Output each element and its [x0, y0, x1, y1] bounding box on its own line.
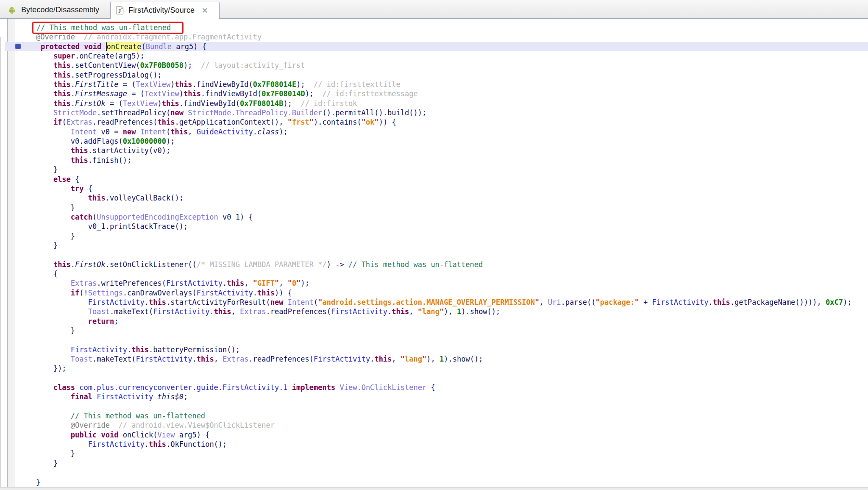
window-left-edge — [0, 37, 5, 490]
code-line[interactable]: return; — [19, 317, 868, 326]
code-line[interactable]: this.FirstMessage = (TextView)this.findV… — [19, 89, 868, 98]
code-line[interactable]: v0.addFlags(0x10000000); — [19, 136, 868, 146]
svg-text:J: J — [118, 8, 121, 14]
code-line[interactable]: } — [19, 165, 868, 174]
android-icon — [7, 6, 17, 15]
code-line[interactable]: } — [19, 449, 868, 458]
current-code-line[interactable]: protected void onCreate(Bundle arg5) { — [5, 42, 868, 51]
code-line[interactable]: // This method was un-flattened — [19, 411, 868, 420]
code-line[interactable]: catch(UnsupportedEncodingException v0_1)… — [19, 212, 868, 222]
code-line[interactable]: this.FirstTitle = (TextView)this.findVie… — [19, 80, 868, 89]
code-line[interactable]: else { — [19, 175, 868, 184]
code-line[interactable]: StrictMode.setThreadPolicy(new StrictMod… — [19, 108, 868, 117]
code-line[interactable]: this.startActivity(v0); — [19, 146, 868, 155]
code-line[interactable]: Toast.makeText(FirstActivity.this, Extra… — [19, 354, 868, 364]
code-line[interactable] — [19, 402, 868, 411]
code-line[interactable]: FirstActivity.this.OkFunction(); — [19, 440, 868, 449]
code-line[interactable]: Extras.writePrefences(FirstActivity.this… — [19, 278, 868, 288]
code-line[interactable] — [19, 373, 868, 383]
tab-strip: Bytecode/Disassembly J FirstActivity/Sou… — [0, 0, 868, 19]
code-line[interactable]: { — [19, 269, 868, 278]
code-area[interactable]: // This method was un-flattened @Overrid… — [14, 19, 868, 490]
decompiled-source[interactable]: // This method was un-flattened @Overrid… — [14, 23, 868, 487]
tab-bytecode-disassembly[interactable]: Bytecode/Disassembly — [2, 2, 110, 18]
code-line[interactable]: } — [19, 459, 868, 468]
code-line[interactable]: Toast.makeText(FirstActivity.this, Extra… — [19, 307, 868, 316]
code-line[interactable]: this.FirstOk.setOnClickListener((/* MISS… — [19, 260, 868, 269]
code-line[interactable]: @Override // android.view.View$OnClickLi… — [19, 420, 868, 430]
code-line[interactable]: this.setContentView(0x7F0B0058); // layo… — [19, 61, 868, 70]
code-line[interactable]: try { — [19, 184, 868, 193]
code-line[interactable]: FirstActivity.this.batteryPermission(); — [19, 345, 868, 354]
code-line[interactable]: final FirstActivity this$0; — [19, 392, 868, 401]
code-line[interactable]: if(!Settings.canDrawOverlays(FirstActivi… — [19, 288, 868, 298]
code-line[interactable]: v0_1.printStackTrace(); — [19, 222, 868, 231]
code-line[interactable]: super.onCreate(arg5); — [19, 51, 868, 61]
code-line[interactable]: } — [19, 231, 868, 241]
code-line[interactable]: this.setProgressDialog(); — [19, 70, 868, 80]
code-line[interactable]: if(Extras.readPrefences(this.getApplicat… — [19, 117, 868, 127]
code-line[interactable]: }); — [19, 364, 868, 373]
code-line[interactable]: } — [19, 326, 868, 335]
java-source-icon: J — [116, 6, 124, 15]
code-line[interactable]: this.volleyCallBack(); — [19, 193, 868, 203]
code-line[interactable]: } — [19, 203, 868, 212]
code-line[interactable]: this.finish(); — [19, 156, 868, 165]
code-line[interactable]: @Override // androidx.fragment.app.Fragm… — [19, 32, 868, 42]
tab-label: Bytecode/Disassembly — [21, 6, 99, 14]
tab-label: FirstActivity/Source — [128, 6, 195, 15]
code-line[interactable] — [19, 468, 868, 477]
source-code-editor[interactable]: // This method was un-flattened @Overrid… — [0, 19, 868, 490]
code-line[interactable] — [19, 335, 868, 345]
code-line[interactable]: // This method was un-flattened — [19, 23, 868, 32]
code-line[interactable]: public void onClick(View arg5) { — [19, 430, 868, 440]
gutter-current-line-marker — [15, 44, 21, 49]
horizontal-scrollbar-track[interactable] — [0, 487, 868, 490]
tab-firstactivity-source[interactable]: J FirstActivity/Source — [110, 2, 220, 19]
editor-gutter — [7, 19, 14, 490]
code-line[interactable]: Intent v0 = new Intent(this, GuideActivi… — [19, 127, 868, 136]
code-line[interactable]: this.FirstOk = (TextView)this.findViewBy… — [19, 99, 868, 108]
code-line[interactable]: FirstActivity.this.startActivityForResul… — [19, 298, 868, 307]
code-line[interactable]: class com.plus.currencyconverter.guide.F… — [19, 383, 868, 392]
code-line[interactable]: } — [19, 478, 868, 487]
decompiler-window: Bytecode/Disassembly J FirstActivity/Sou… — [0, 0, 868, 490]
code-line[interactable]: } — [19, 241, 868, 250]
code-line[interactable] — [19, 250, 868, 259]
close-icon[interactable] — [202, 7, 208, 14]
